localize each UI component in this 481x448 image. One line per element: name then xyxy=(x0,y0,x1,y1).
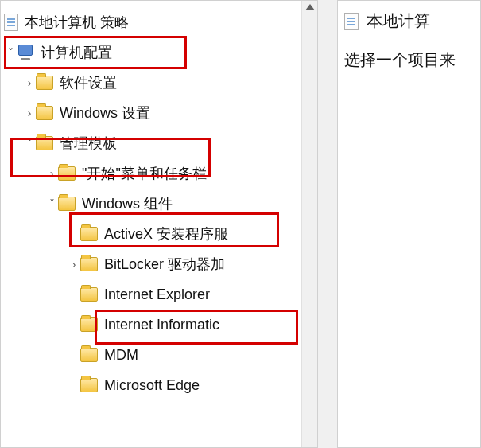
tree-item-internet-explorer[interactable]: Internet Explorer xyxy=(1,279,317,310)
tree-item-label: Internet Informatic xyxy=(104,317,219,333)
tree-item-software-settings[interactable]: › 软件设置 xyxy=(1,68,317,98)
policy-tree: 本地计算机 策略 ˅ 计算机配置 › 软件设置 › Windows 设置 ˅ 管… xyxy=(1,1,317,400)
folder-icon xyxy=(80,257,98,271)
chevron-right-icon[interactable]: › xyxy=(23,76,36,89)
folder-icon xyxy=(58,197,76,211)
folder-icon xyxy=(36,136,53,150)
tree-item-mdm[interactable]: MDM xyxy=(1,340,317,370)
tree-item-label: Windows 组件 xyxy=(82,194,173,213)
chevron-right-icon[interactable]: › xyxy=(45,167,58,180)
folder-icon xyxy=(36,106,53,120)
folder-icon xyxy=(80,227,98,241)
tree-item-windows-settings[interactable]: › Windows 设置 xyxy=(1,98,317,128)
folder-icon xyxy=(80,287,98,302)
chevron-right-icon[interactable]: › xyxy=(68,258,80,271)
tree-item-label: 本地计算机 策略 xyxy=(25,13,129,32)
detail-title: 本地计算 xyxy=(367,10,430,32)
computer-icon xyxy=(17,45,34,60)
tree-item-admin-templates[interactable]: ˅ 管理模板 xyxy=(1,128,317,158)
folder-icon xyxy=(36,76,53,90)
policy-doc-icon xyxy=(344,13,359,30)
chevron-down-icon[interactable]: ˅ xyxy=(45,197,58,210)
tree-item-iis[interactable]: Internet Informatic xyxy=(1,310,317,340)
detail-hint-text: 选择一个项目来 xyxy=(344,49,474,71)
tree-item-label: "开始"菜单和任务栏 xyxy=(82,164,207,183)
folder-icon xyxy=(80,348,98,362)
tree-item-label: Windows 设置 xyxy=(60,103,150,123)
tree-item-root[interactable]: 本地计算机 策略 xyxy=(1,7,317,37)
scrollbar-vertical[interactable] xyxy=(301,1,317,447)
tree-item-label: BitLocker 驱动器加 xyxy=(104,255,225,274)
folder-icon xyxy=(80,378,98,392)
detail-header: 本地计算 xyxy=(344,10,474,32)
scroll-up-icon[interactable] xyxy=(305,4,315,10)
chevron-right-icon[interactable]: › xyxy=(23,107,36,119)
tree-item-label: ActiveX 安装程序服 xyxy=(104,224,228,243)
tree-item-microsoft-edge[interactable]: Microsoft Edge xyxy=(1,370,317,400)
tree-panel: 本地计算机 策略 ˅ 计算机配置 › 软件设置 › Windows 设置 ˅ 管… xyxy=(0,0,318,448)
tree-item-label: 计算机配置 xyxy=(41,43,112,62)
tree-item-label: Microsoft Edge xyxy=(104,377,200,394)
chevron-down-icon[interactable]: ˅ xyxy=(4,46,17,59)
tree-item-windows-components[interactable]: ˅ Windows 组件 xyxy=(1,189,317,219)
tree-item-label: Internet Explorer xyxy=(104,286,210,303)
folder-icon xyxy=(58,166,76,181)
tree-item-activex[interactable]: ActiveX 安装程序服 xyxy=(1,219,317,249)
folder-icon xyxy=(80,317,98,332)
tree-item-label: 软件设置 xyxy=(60,73,117,92)
tree-item-bitlocker[interactable]: › BitLocker 驱动器加 xyxy=(1,249,317,279)
detail-panel: 本地计算 选择一个项目来 xyxy=(337,0,481,448)
tree-item-start-menu-taskbar[interactable]: › "开始"菜单和任务栏 xyxy=(1,158,317,189)
chevron-down-icon[interactable]: ˅ xyxy=(23,137,36,150)
tree-item-computer-config[interactable]: ˅ 计算机配置 xyxy=(1,37,317,68)
panel-gap xyxy=(318,0,337,448)
tree-item-label: MDM xyxy=(104,347,138,364)
policy-doc-icon xyxy=(4,14,18,31)
tree-item-label: 管理模板 xyxy=(60,134,117,153)
